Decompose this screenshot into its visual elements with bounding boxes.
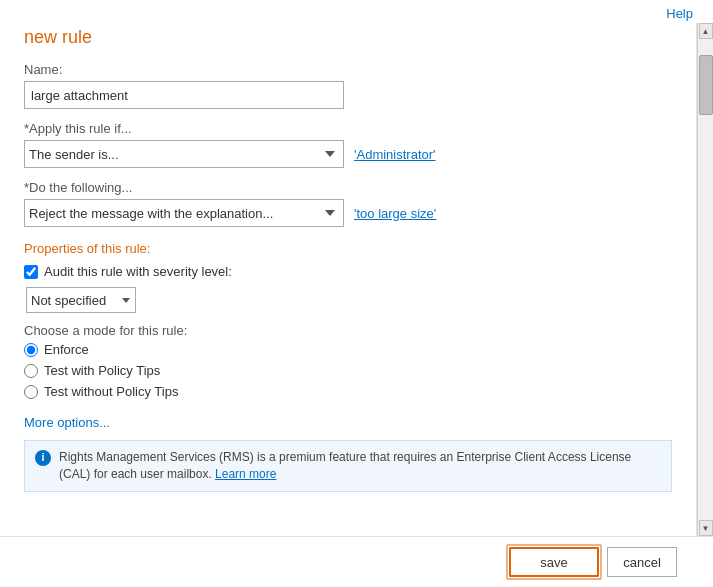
severity-select[interactable]: Not specified (26, 287, 136, 313)
do-following-select[interactable]: Reject the message with the explanation.… (24, 199, 344, 227)
do-following-row: Reject the message with the explanation.… (24, 199, 672, 227)
properties-label: Properties of this rule: (24, 241, 672, 256)
audit-label: Audit this rule with severity level: (44, 264, 232, 279)
mode-enforce-label: Enforce (44, 342, 89, 357)
apply-rule-row: The sender is... 'Administrator' (24, 140, 672, 168)
scrollbar[interactable]: ▲ ▼ (697, 23, 713, 536)
apply-rule-block: *Apply this rule if... The sender is... … (24, 121, 672, 168)
do-following-link[interactable]: 'too large size' (354, 206, 436, 221)
mode-no-policy-radio[interactable] (24, 385, 38, 399)
main-content: new rule Name: *Apply this rule if... Th… (0, 23, 713, 536)
audit-checkbox[interactable] (24, 265, 38, 279)
mode-enforce-radio[interactable] (24, 343, 38, 357)
apply-rule-select[interactable]: The sender is... (24, 140, 344, 168)
page-title: new rule (24, 27, 672, 48)
bottom-bar: save cancel (0, 536, 713, 587)
scroll-thumb[interactable] (699, 55, 713, 115)
properties-section: Properties of this rule: Audit this rule… (24, 241, 672, 399)
cancel-button[interactable]: cancel (607, 547, 677, 577)
page-container: Help new rule Name: *Apply this rule if.… (0, 0, 713, 587)
scroll-up-button[interactable]: ▲ (699, 23, 713, 39)
do-following-label: *Do the following... (24, 180, 672, 195)
mode-no-policy-label: Test without Policy Tips (44, 384, 178, 399)
form-area: new rule Name: *Apply this rule if... Th… (0, 23, 697, 536)
mode-policy-radio[interactable] (24, 364, 38, 378)
info-box: i Rights Management Services (RMS) is a … (24, 440, 672, 492)
help-link[interactable]: Help (666, 6, 693, 21)
top-help-bar: Help (0, 0, 713, 23)
info-text: Rights Management Services (RMS) is a pr… (59, 449, 661, 483)
info-icon: i (35, 450, 51, 466)
more-options-link[interactable]: More options... (24, 415, 110, 430)
do-following-block: *Do the following... Reject the message … (24, 180, 672, 227)
apply-rule-link[interactable]: 'Administrator' (354, 147, 436, 162)
mode-no-policy-tips-row: Test without Policy Tips (24, 384, 672, 399)
scroll-down-button[interactable]: ▼ (699, 520, 713, 536)
mode-policy-label: Test with Policy Tips (44, 363, 160, 378)
name-label: Name: (24, 62, 672, 77)
name-field-block: Name: (24, 62, 672, 109)
name-input[interactable] (24, 81, 344, 109)
save-button[interactable]: save (509, 547, 599, 577)
mode-policy-tips-row: Test with Policy Tips (24, 363, 672, 378)
mode-radio-group: Enforce Test with Policy Tips Test witho… (24, 342, 672, 399)
mode-enforce-row: Enforce (24, 342, 672, 357)
apply-rule-label: *Apply this rule if... (24, 121, 672, 136)
learn-more-link[interactable]: Learn more (215, 467, 276, 481)
mode-label: Choose a mode for this rule: (24, 323, 672, 338)
audit-checkbox-row: Audit this rule with severity level: (24, 264, 672, 279)
